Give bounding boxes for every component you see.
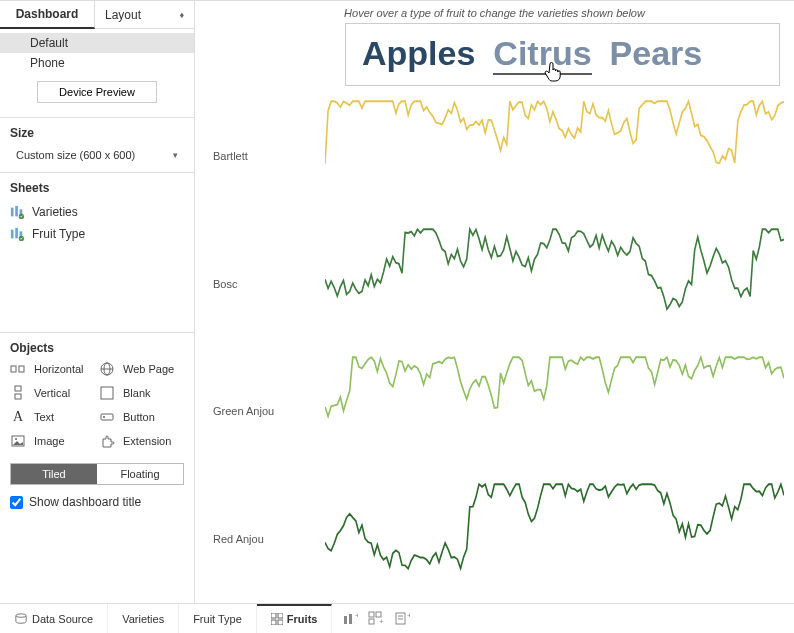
svg-point-19 [15, 438, 17, 440]
chart-label: Bartlett [205, 150, 325, 162]
hover-instruction: Hover over a type of fruit to change the… [205, 7, 784, 19]
object-image[interactable]: Image [10, 433, 95, 449]
size-title: Size [10, 126, 184, 140]
size-value: Custom size (600 x 600) [16, 149, 135, 161]
sheet-varieties[interactable]: Varieties [10, 201, 184, 223]
data-source-tab[interactable]: Data Source [0, 604, 108, 633]
svg-rect-21 [271, 613, 276, 618]
dashboard-icon [271, 613, 283, 625]
button-icon [99, 409, 115, 425]
bottom-tabs: Data Source Varieties Fruit Type Fruits … [0, 603, 794, 633]
sheet-label: Varieties [32, 205, 78, 219]
sidebar-tabs: Dashboard Layout ♦ [0, 1, 194, 29]
dropdown-icon: ♦ [179, 10, 184, 20]
text-icon: A [10, 409, 26, 425]
sparkline-bartlett [325, 92, 784, 220]
worksheet-icon [10, 205, 24, 219]
svg-rect-28 [369, 612, 374, 617]
svg-text:+: + [355, 611, 358, 620]
svg-rect-22 [278, 613, 283, 618]
svg-rect-9 [19, 366, 24, 372]
svg-text:+: + [407, 611, 410, 620]
objects-section: Objects Horizontal Web Page Vertical Bla… [0, 332, 194, 517]
tab-layout[interactable]: Layout ♦ [95, 1, 194, 29]
svg-rect-1 [15, 206, 18, 217]
object-button[interactable]: Button [99, 409, 184, 425]
tab-layout-label: Layout [105, 8, 141, 22]
chart-label: Red Anjou [205, 533, 325, 545]
svg-rect-0 [11, 208, 14, 217]
dashboard-canvas: Hover over a type of fruit to change the… [195, 1, 794, 603]
chart-label: Bosc [205, 278, 325, 290]
sparkline-green-anjou [325, 348, 784, 476]
svg-text:+: + [379, 617, 384, 626]
chevron-down-icon: ▾ [173, 150, 178, 160]
object-webpage[interactable]: Web Page [99, 361, 184, 377]
svg-rect-15 [101, 387, 113, 399]
sparkline-bosc [325, 220, 784, 348]
tab-dashboard[interactable]: Dashboard [0, 1, 95, 29]
svg-rect-26 [349, 614, 352, 624]
object-blank[interactable]: Blank [99, 385, 184, 401]
image-icon [10, 433, 26, 449]
new-worksheet-button[interactable]: + [340, 609, 360, 629]
sheet-fruit-type[interactable]: Fruit Type [10, 223, 184, 245]
vertical-icon [10, 385, 26, 401]
device-list: Default Phone Device Preview [0, 29, 194, 117]
objects-grid: Horizontal Web Page Vertical Blank AText… [10, 361, 184, 449]
svg-rect-30 [369, 619, 374, 624]
size-select[interactable]: Custom size (600 x 600) ▾ [10, 146, 184, 164]
sidebar: Dashboard Layout ♦ Default Phone Device … [0, 1, 195, 603]
new-story-button[interactable]: + [392, 609, 412, 629]
variety-charts: Bartlett Bosc Green Anjou Red Anjou [205, 92, 784, 603]
svg-rect-23 [271, 620, 276, 625]
sheets-section: Sheets Varieties Fruit Type [0, 172, 194, 332]
svg-rect-5 [15, 228, 18, 239]
size-section: Size Custom size (600 x 600) ▾ [0, 117, 194, 172]
show-title-checkbox[interactable]: Show dashboard title [10, 495, 184, 509]
svg-point-20 [16, 613, 26, 616]
tiled-button[interactable]: Tiled [11, 464, 97, 484]
sparkline-red-anjou [325, 475, 784, 603]
object-horizontal[interactable]: Horizontal [10, 361, 95, 377]
object-text[interactable]: AText [10, 409, 95, 425]
tab-fruits[interactable]: Fruits [257, 604, 333, 633]
extension-icon [99, 433, 115, 449]
data-source-icon [14, 613, 28, 625]
floating-button[interactable]: Floating [97, 464, 183, 484]
svg-rect-14 [15, 394, 21, 399]
objects-title: Objects [10, 341, 184, 355]
chart-label: Green Anjou [205, 405, 325, 417]
tab-fruit-type[interactable]: Fruit Type [179, 604, 257, 633]
show-title-label: Show dashboard title [29, 495, 141, 509]
device-preview-button[interactable]: Device Preview [37, 81, 157, 103]
fruit-pears[interactable]: Pears [610, 34, 703, 75]
svg-rect-8 [11, 366, 16, 372]
object-vertical[interactable]: Vertical [10, 385, 95, 401]
object-extension[interactable]: Extension [99, 433, 184, 449]
tile-toggle: Tiled Floating [10, 463, 184, 485]
new-dashboard-button[interactable]: + [366, 609, 386, 629]
chart-bartlett: Bartlett [205, 92, 784, 220]
sheets-title: Sheets [10, 181, 184, 195]
chart-bosc: Bosc [205, 220, 784, 348]
new-sheet-buttons: + + + [332, 609, 420, 629]
fruit-apples[interactable]: Apples [362, 34, 475, 75]
fruit-citrus[interactable]: Citrus [493, 34, 591, 75]
svg-rect-25 [344, 616, 347, 624]
svg-rect-4 [11, 230, 14, 239]
blank-icon [99, 385, 115, 401]
show-title-input[interactable] [10, 496, 23, 509]
tab-varieties[interactable]: Varieties [108, 604, 179, 633]
svg-rect-24 [278, 620, 283, 625]
globe-icon [99, 361, 115, 377]
svg-rect-13 [15, 386, 21, 391]
sheet-label: Fruit Type [32, 227, 85, 241]
worksheet-icon [10, 227, 24, 241]
svg-rect-16 [101, 414, 113, 420]
device-phone[interactable]: Phone [0, 53, 194, 73]
device-default[interactable]: Default [0, 33, 194, 53]
cursor-hand-icon [543, 62, 563, 89]
chart-red-anjou: Red Anjou [205, 475, 784, 603]
svg-point-17 [103, 416, 105, 418]
